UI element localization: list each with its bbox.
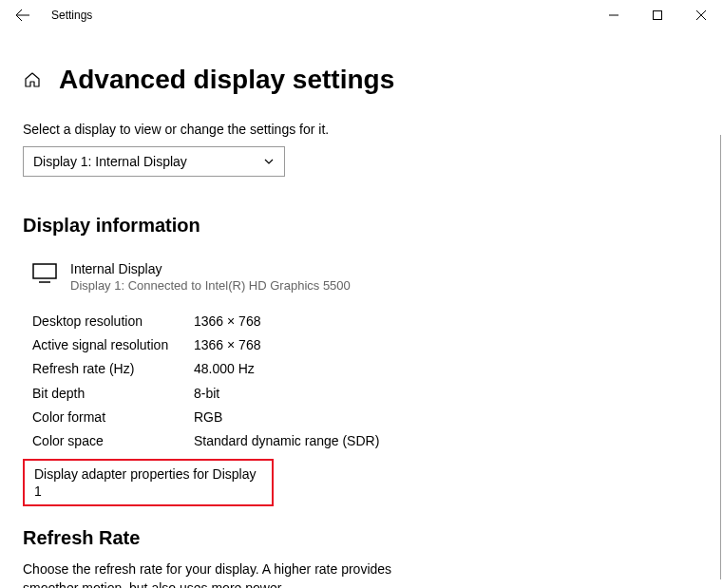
info-label: Bit depth [32,382,194,406]
refresh-rate-heading: Refresh Rate [23,527,700,549]
minimize-button[interactable] [592,0,636,30]
window-title: Settings [51,9,92,22]
page-header: Advanced display settings [23,65,700,95]
window-controls [592,0,723,30]
table-row: Color format RGB [32,406,700,429]
close-button[interactable] [679,0,723,30]
arrow-left-icon [15,8,30,23]
info-value: RGB [194,406,222,429]
dropdown-selected-value: Display 1: Internal Display [33,154,187,169]
maximize-icon [653,10,662,20]
display-info-table: Desktop resolution 1366 × 768 Active sig… [32,310,700,453]
info-label: Color format [32,406,194,429]
info-label: Active signal resolution [32,333,194,357]
refresh-rate-description: Choose the refresh rate for your display… [23,560,403,588]
table-row: Desktop resolution 1366 × 768 [32,310,700,333]
display-info-heading: Display information [23,215,700,237]
table-row: Color space Standard dynamic range (SDR) [32,429,700,453]
info-label: Refresh rate (Hz) [32,357,194,381]
chevron-down-icon [263,156,275,167]
info-label: Desktop resolution [32,310,194,333]
info-value: 1366 × 768 [194,310,260,333]
adapter-properties-highlight: Display adapter properties for Display 1 [23,459,274,506]
svg-rect-0 [654,11,662,20]
info-value: 8-bit [194,382,219,406]
back-button[interactable] [8,0,38,30]
minimize-icon [609,10,618,20]
info-value: 48.000 Hz [194,357,255,381]
table-row: Bit depth 8-bit [32,382,700,406]
info-value: 1366 × 768 [194,333,260,357]
info-label: Color space [32,429,194,453]
page-title: Advanced display settings [59,65,394,95]
info-value: Standard dynamic range (SDR) [194,429,379,453]
display-summary: Internal Display Display 1: Connected to… [32,261,700,293]
home-icon [23,70,42,89]
content-area: Advanced display settings Select a displ… [0,30,723,588]
window-titlebar: Settings [0,0,723,30]
instruction-text: Select a display to view or change the s… [23,122,700,137]
monitor-icon [32,263,57,288]
table-row: Active signal resolution 1366 × 768 [32,333,700,357]
home-button[interactable] [23,70,42,89]
adapter-properties-link[interactable]: Display adapter properties for Display 1 [34,466,256,499]
svg-rect-1 [33,264,56,278]
display-summary-text: Internal Display Display 1: Connected to… [70,261,351,293]
maximize-button[interactable] [636,0,679,30]
table-row: Refresh rate (Hz) 48.000 Hz [32,357,700,381]
scrollbar[interactable] [720,135,721,579]
display-name: Internal Display [70,261,351,276]
display-subtitle: Display 1: Connected to Intel(R) HD Grap… [70,278,351,293]
display-selector-dropdown[interactable]: Display 1: Internal Display [23,146,285,177]
close-icon [696,10,706,20]
